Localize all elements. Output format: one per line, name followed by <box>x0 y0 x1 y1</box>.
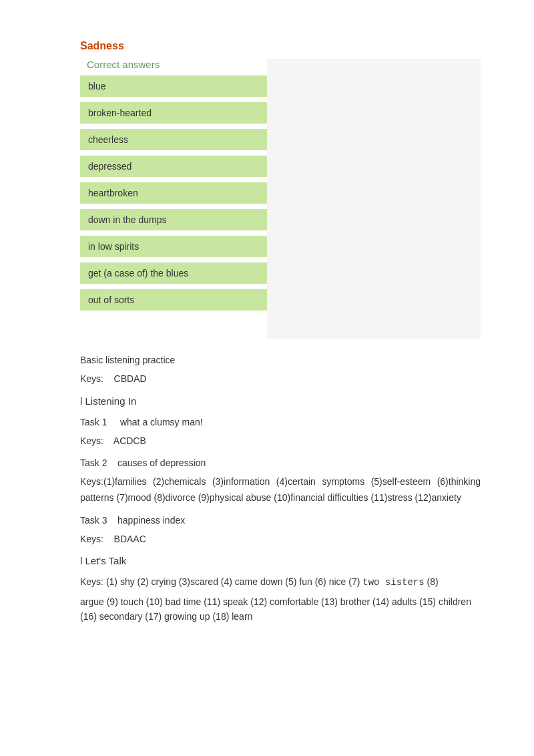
task1-keys-value: ACDCB <box>113 435 146 446</box>
listening-in-header: l Listening In <box>80 393 481 409</box>
answer-item-0: blue <box>80 75 267 97</box>
section-title: Sadness <box>80 40 481 52</box>
task1-keys: Keys: ACDCB <box>80 433 481 448</box>
task3-keys: Keys: BDAAC <box>80 532 481 546</box>
answer-item-7: get (a case of) the blues <box>80 262 267 284</box>
right-panel <box>267 59 481 339</box>
practice-keys: Keys: CBDAD <box>80 371 481 386</box>
task1-desc: what a clumsy man! <box>120 417 203 427</box>
lets-talk-keys-line2: argue (9) touch (10) bad time (11) speak… <box>80 594 481 624</box>
keys-line1-end: (8) <box>427 576 439 587</box>
task3-keys-value: BDAAC <box>114 534 146 544</box>
keys-line1-text: Keys: (1) shy (2) crying (3)scared (4) c… <box>80 576 360 587</box>
answer-item-6: in low spirits <box>80 236 267 257</box>
answer-item-1: broken-hearted <box>80 102 267 124</box>
monospace-sisters: two sisters <box>362 577 424 588</box>
task1-line: Task 1 what a clumsy man! <box>80 415 481 429</box>
task3-desc: happiness index <box>117 515 185 526</box>
answer-item-3: depressed <box>80 156 267 177</box>
task1-keys-label: Keys: <box>80 435 103 446</box>
task3-line: Task 3 happiness index <box>80 513 481 528</box>
answer-item-5: down in the dumps <box>80 209 267 230</box>
answer-item-4: heartbroken <box>80 182 267 204</box>
keys-label: Keys: <box>80 373 103 384</box>
task2-label: Task 2 <box>80 457 107 468</box>
task1-label: Task 1 <box>80 417 107 427</box>
answer-item-8: out of sorts <box>80 289 267 311</box>
task2-line: Task 2 causes of depression <box>80 455 481 470</box>
task3-keys-label: Keys: <box>80 534 103 544</box>
task2-desc: causes of depression <box>117 457 206 468</box>
practice-title: Basic listening practice <box>80 353 481 367</box>
task3-label: Task 3 <box>80 515 107 526</box>
correct-answers-label: Correct answers <box>80 59 267 70</box>
task2-keys: Keys:(1)families (2)chemicals (3)informa… <box>80 474 481 506</box>
keys-value: CBDAD <box>114 373 147 384</box>
lets-talk-header: l Let's Talk <box>80 553 481 569</box>
answer-item-2: cheerless <box>80 129 267 150</box>
lets-talk-keys-line1: Keys: (1) shy (2) crying (3)scared (4) c… <box>80 574 481 590</box>
